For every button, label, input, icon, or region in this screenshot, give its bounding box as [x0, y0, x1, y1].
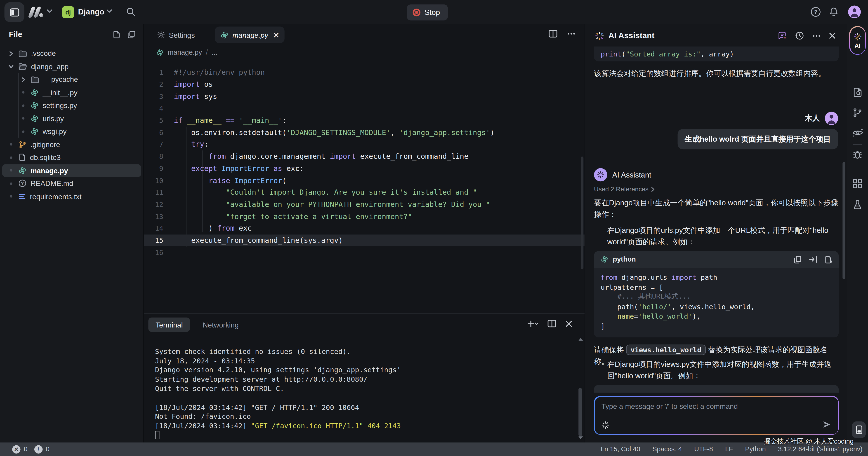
- search-icon[interactable]: [126, 7, 135, 17]
- file-name: __pycache__: [43, 75, 86, 84]
- breadcrumb-separator: /: [206, 49, 208, 57]
- file-tree-item-__pycache__[interactable]: __pycache__: [2, 73, 141, 86]
- new-file-from-code-icon[interactable]: [825, 255, 832, 264]
- dot-icon: [20, 89, 26, 96]
- file-tree-item-.vscode[interactable]: .vscode: [2, 47, 141, 60]
- git-branch-icon[interactable]: [852, 107, 863, 118]
- help-icon[interactable]: ?: [810, 6, 821, 17]
- scroll-up-icon[interactable]: [579, 338, 583, 340]
- ai-panel-header: AI Assistant: [585, 24, 847, 46]
- status-item-5[interactable]: Python: [745, 445, 766, 453]
- file-tree-item-manage.py[interactable]: manage.py: [2, 164, 141, 177]
- user-message-header: 木人: [805, 112, 838, 125]
- bell-icon[interactable]: [829, 6, 839, 17]
- breadcrumb-file[interactable]: manage.py: [168, 49, 202, 57]
- terminal-panel: Terminal Networking System check identif…: [144, 313, 585, 443]
- new-file-icon[interactable]: [112, 31, 121, 39]
- status-item-3[interactable]: UTF-8: [694, 445, 713, 453]
- code-review-eye-icon[interactable]: [852, 128, 864, 137]
- editor-scrollbar[interactable]: [581, 157, 583, 269]
- sidebar-toggle-button[interactable]: [4, 2, 24, 22]
- file-tree-item-db.sqlite3[interactable]: db.sqlite3: [2, 151, 141, 164]
- test-flask-icon[interactable]: [852, 199, 863, 210]
- chevron-down-icon[interactable]: [46, 9, 53, 13]
- file-tree-item-.gitignore[interactable]: .gitignore: [2, 138, 141, 151]
- terminal-scrollbar[interactable]: [577, 338, 583, 439]
- code-line-7: 7 try:: [144, 138, 585, 151]
- dot-icon: [8, 141, 14, 148]
- code-line-11: 11 "Couldn't import Django. Are you sure…: [144, 186, 585, 198]
- references-toggle[interactable]: Used 2 References: [594, 186, 655, 192]
- code-line-5: 5if __name__ == '__main__':: [144, 114, 585, 126]
- breadcrumb-more[interactable]: ...: [212, 49, 217, 57]
- code-line-14: 14 ) from exc: [144, 222, 585, 234]
- send-icon[interactable]: [822, 420, 831, 429]
- new-chat-icon[interactable]: [778, 31, 787, 40]
- user-avatar[interactable]: [848, 5, 861, 18]
- file-explorer-panel: File .vscodedjango_app__pycache____init_…: [0, 24, 144, 443]
- tab-manage-py[interactable]: manage.py ✕: [215, 27, 285, 43]
- tab-networking[interactable]: Networking: [195, 318, 246, 332]
- file-tree-item-requirements.txt[interactable]: requirements.txt: [2, 190, 141, 203]
- close-terminal-icon[interactable]: [565, 320, 572, 327]
- close-icon[interactable]: [829, 31, 836, 40]
- errors-icon[interactable]: ✕: [12, 445, 21, 454]
- file-tree-item-settings.py[interactable]: settings.py: [2, 99, 141, 112]
- code-editor[interactable]: 1#!/usr/bin/env python2import os3import …: [144, 66, 585, 258]
- code-line-2: 2import os: [144, 78, 585, 90]
- chevron-right-icon: [651, 187, 655, 192]
- breadcrumb[interactable]: manage.py / ...: [156, 49, 217, 57]
- scrollbar-thumb[interactable]: [579, 388, 582, 436]
- extensions-grid-icon[interactable]: [852, 178, 863, 189]
- file-name: .gitignore: [31, 140, 60, 149]
- close-tab-icon[interactable]: ✕: [273, 31, 279, 39]
- code-line-8: 8 from django.core.management import exe…: [144, 151, 585, 162]
- split-terminal-icon[interactable]: [548, 320, 556, 327]
- dot-icon: [8, 167, 14, 174]
- project-selector[interactable]: Django: [78, 7, 104, 16]
- warnings-icon[interactable]: !: [34, 445, 42, 454]
- new-terminal-icon[interactable]: [528, 320, 539, 327]
- tab-settings[interactable]: Settings: [152, 27, 200, 43]
- stop-button[interactable]: Stop: [407, 4, 448, 21]
- insert-code-icon[interactable]: [809, 255, 817, 264]
- dot-icon: [20, 115, 26, 122]
- status-item-4[interactable]: LF: [725, 445, 733, 453]
- app-logo[interactable]: [28, 6, 44, 18]
- terminal-output[interactable]: System check identified no issues (0 sil…: [155, 347, 401, 430]
- code-line-6: 6 os.environ.setdefault('DJANGO_SETTINGS…: [144, 126, 585, 138]
- code-language-label: python: [613, 255, 636, 263]
- status-item-2[interactable]: Spaces: 4: [652, 445, 682, 453]
- status-item-1[interactable]: Ln 15, Col 40: [601, 445, 640, 453]
- split-editor-icon[interactable]: [549, 30, 557, 37]
- file-search-icon[interactable]: [852, 87, 863, 98]
- chevron-right-icon: [20, 76, 26, 83]
- chevron-down-icon[interactable]: [106, 9, 112, 13]
- ai-assistant-rail-button[interactable]: AI: [849, 26, 866, 55]
- file-name: __init__.py: [43, 88, 78, 97]
- debug-bug-icon[interactable]: [852, 149, 863, 160]
- line-number: 10: [144, 176, 174, 185]
- file-tree-item-django_app[interactable]: django_app: [2, 60, 141, 73]
- file-tree-item-urls.py[interactable]: urls.py: [2, 112, 141, 125]
- status-item-6[interactable]: 3.12.2 64-bit ('shims': pyenv): [778, 445, 863, 453]
- python-icon: [31, 101, 39, 110]
- file-panel-title: File: [9, 30, 22, 39]
- user-message-bubble: 生成hello wolrd 页面并且直接用于这个项目: [678, 129, 838, 150]
- file-tree-item-wsgi.py[interactable]: wsgi.py: [2, 125, 141, 138]
- more-icon[interactable]: [812, 31, 821, 40]
- copy-icon[interactable]: [794, 255, 802, 264]
- history-icon[interactable]: [795, 31, 804, 40]
- chat-input-placeholder: Type a message or '/' to select a comman…: [601, 402, 738, 410]
- tab-terminal[interactable]: Terminal: [148, 318, 190, 332]
- scroll-down-icon[interactable]: [579, 436, 583, 439]
- chat-input[interactable]: Type a message or '/' to select a comman…: [595, 397, 838, 434]
- device-preview-button[interactable]: [852, 421, 866, 438]
- more-icon[interactable]: [567, 30, 576, 37]
- assistant-message-text: 要在Django项目中生成一个简单的"hello world"页面，你可以按照以…: [594, 197, 839, 220]
- file-tree-item-__init__.py[interactable]: __init__.py: [2, 86, 141, 99]
- sparkle-icon[interactable]: [601, 421, 609, 429]
- chat-scrollbar[interactable]: [842, 162, 845, 280]
- file-tree-item-README.md[interactable]: ?README.md: [2, 177, 141, 190]
- collapse-all-icon[interactable]: [127, 31, 135, 39]
